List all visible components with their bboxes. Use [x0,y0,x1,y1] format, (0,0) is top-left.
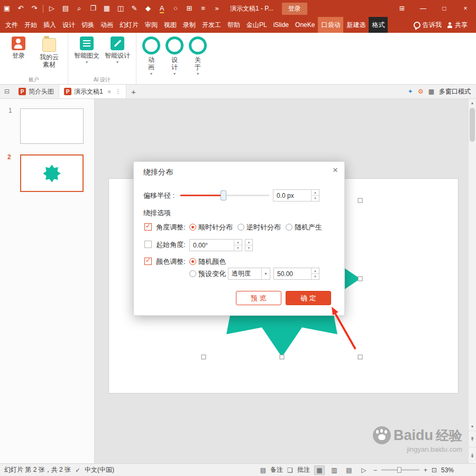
multi-window-mode-button[interactable]: 多窗口模式 [439,87,471,96]
document-tab-intro[interactable]: P 简介头图 [14,85,59,98]
tab-slideshow[interactable]: 幻灯片 [116,17,142,33]
tab-transitions[interactable]: 切换 [78,17,97,33]
tell-me-button[interactable]: 告诉我 [423,21,442,30]
counterclockwise-radio[interactable] [237,224,244,231]
random-color-radio[interactable] [189,258,196,265]
random-generate-radio[interactable] [286,224,292,231]
tab-insert[interactable]: 插入 [40,17,59,33]
color-adjust-checkbox[interactable] [144,258,152,265]
close-button[interactable]: × [455,0,476,17]
preset-dropdown[interactable]: 透明度 ▾ [228,268,270,280]
tab-format[interactable]: 格式 [369,17,388,33]
ink-icon[interactable]: ◆ [141,0,155,17]
tab-animations[interactable]: 动画 [97,17,116,33]
screenshot-icon[interactable]: ⊞ [182,0,196,17]
offset-radius-input[interactable]: 0.0 px ▲▼ [273,189,319,202]
chart-icon[interactable]: ◫ [114,0,127,17]
pen-icon[interactable]: ✎ [127,0,141,17]
redo-icon[interactable]: ↷ [28,0,41,17]
beautify-wand-icon[interactable]: ✦ [408,88,413,95]
start-angle-inner-stepper[interactable]: ▲▼ [234,240,242,251]
animation-button[interactable]: 动画 ▾ [141,36,162,75]
slide-sorter-icon[interactable]: ▥ [329,465,340,475]
tab-help[interactable]: 帮助 [224,17,243,33]
ribbon-display-options-icon[interactable]: ⊞ [391,0,413,17]
slideshow-view-icon[interactable]: ▷ [359,465,369,475]
gear-icon[interactable]: ⚙ [418,88,424,95]
previous-slide-button[interactable]: ↟ [469,431,476,447]
zoom-out-button[interactable]: − [373,466,377,474]
normal-view-icon[interactable]: ▦ [314,465,325,475]
spell-check-icon[interactable]: ✓ [75,466,80,474]
slideshow-from-current-icon[interactable]: ▷ [45,0,59,17]
new-tab-button[interactable]: + [126,85,140,98]
tab-review[interactable]: 审阅 [142,17,161,33]
tab-design[interactable]: 设计 [59,17,78,33]
maximize-button[interactable]: □ [434,0,455,17]
new-slide-icon[interactable]: ▤ [59,0,72,17]
preset-value-stepper[interactable]: ▲▼ [311,268,319,279]
comments-button[interactable]: 批注 [297,465,310,474]
notes-button[interactable]: 备注 [270,465,283,474]
language-indicator[interactable]: 中文(中国) [85,465,114,474]
tab-koudai-selected[interactable]: 口袋动 [318,17,343,33]
scroll-up-icon[interactable]: ▲ [469,98,476,107]
start-angle-input[interactable]: 0.00° ▲▼ [189,239,242,251]
symbol-icon[interactable]: ≡ [196,0,210,17]
panel-toggle-icon[interactable]: ⊟ [0,85,14,98]
tab-view[interactable]: 视图 [161,17,180,33]
copy-icon[interactable]: ❐ [86,0,100,17]
zoom-slider[interactable] [381,469,419,471]
ribbon-login-button[interactable]: 登录 [4,36,33,59]
document-tab-presentation1[interactable]: P 演示文稿1 × ⋮ [59,85,126,98]
share-button[interactable]: 共享 [455,21,468,30]
tab-file[interactable]: 文件 [2,17,21,33]
cloud-material-button[interactable]: 我的云素材 [35,36,63,68]
offset-radius-stepper[interactable]: ▲▼ [311,190,319,201]
angle-adjust-checkbox[interactable] [144,223,152,231]
save-icon[interactable]: ▣ [0,0,14,17]
zoom-slider-handle[interactable] [397,467,401,473]
fit-to-window-icon[interactable]: ⊡ [432,466,437,474]
ok-button[interactable]: 确 定 [286,291,331,305]
shape-icon[interactable]: ○ [169,0,182,17]
tab-close-icon[interactable]: × [107,88,112,96]
dialog-title: 绕排分布 [143,168,173,177]
tab-record[interactable]: 录制 [180,17,199,33]
preset-change-radio[interactable] [189,270,196,277]
about-button[interactable]: 关于 ▾ [187,36,208,75]
undo-icon[interactable]: ↶ [14,0,28,17]
smart-doc-button[interactable]: 智能图文 ▾ [72,36,101,63]
preview-button[interactable]: 预 览 [236,291,281,305]
clockwise-radio[interactable] [189,224,196,231]
tab-onekey[interactable]: OneKe [292,17,318,33]
scrollbar-thumb[interactable] [470,108,475,142]
find-icon[interactable]: ⌕ [72,0,86,17]
tab-menu-icon[interactable]: ⋮ [115,88,121,95]
design-button[interactable]: 设计 ▾ [164,36,185,75]
tab-home[interactable]: 开始 [21,17,40,33]
font-color-icon[interactable]: A [155,0,169,17]
slide-thumbnail-1[interactable] [20,108,84,144]
next-slide-button[interactable]: ↡ [469,447,476,463]
tab-new-select[interactable]: 新建选 [343,17,369,33]
table-icon[interactable]: ▦ [100,0,114,17]
start-angle-checkbox[interactable] [144,241,152,248]
scroll-down-icon[interactable]: ▼ [469,422,476,431]
dialog-close-icon[interactable]: × [333,165,338,176]
zoom-in-button[interactable]: + [424,466,427,474]
vertical-scrollbar[interactable]: ▲ ▼ ↟ ↡ [468,98,476,463]
start-angle-stepper[interactable]: ▲▼ [245,239,253,251]
reading-view-icon[interactable]: ▤ [344,465,354,475]
titlebar-login-button[interactable]: 登录 [282,3,307,15]
slide-thumbnail-2[interactable] [20,154,84,192]
zoom-percentage[interactable]: 53% [441,466,454,474]
tab-developer[interactable]: 开发工 [199,17,224,33]
smart-design-button[interactable]: 智能设计 ▾ [103,36,132,63]
tab-islide[interactable]: iSlide [270,17,292,33]
minimize-button[interactable]: — [413,0,434,17]
slider-handle[interactable] [221,190,226,200]
tab-wps[interactable]: 金山PL [243,17,270,33]
more-commands-icon[interactable]: » [210,0,224,17]
preset-value-input[interactable]: 50.00 ▲▼ [273,268,319,280]
